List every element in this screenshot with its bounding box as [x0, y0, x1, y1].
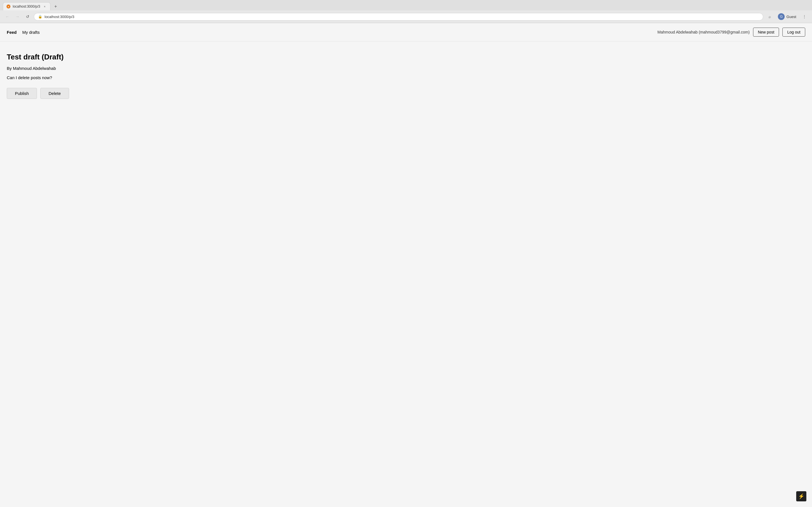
navbar: Feed My drafts Mahmoud Abdelwahab (mahmo…: [0, 23, 812, 41]
publish-button[interactable]: Publish: [7, 88, 37, 99]
nav-feed-link[interactable]: Feed: [7, 30, 17, 35]
nav-my-drafts-link[interactable]: My drafts: [22, 30, 40, 35]
search-button[interactable]: ⌕: [765, 12, 774, 21]
post-author: By Mahmoud Abdelwahab: [7, 66, 805, 71]
profile-label: Guest: [786, 15, 796, 19]
back-button[interactable]: ←: [3, 13, 11, 20]
log-out-button[interactable]: Log out: [782, 27, 805, 37]
menu-button[interactable]: ⋮: [800, 12, 809, 21]
post-title: Test draft (Draft): [7, 53, 805, 61]
new-post-button[interactable]: New post: [753, 27, 779, 37]
tab-bar: ● localhost:3000/p/3 × +: [0, 0, 812, 10]
lock-icon: 🔒: [38, 15, 42, 18]
tab-favicon: ●: [6, 4, 10, 8]
delete-button[interactable]: Delete: [40, 88, 69, 99]
profile-avatar: G: [778, 13, 784, 20]
user-info-text: Mahmoud Abdelwahab (mahmoud3799@gmail.co…: [658, 30, 750, 34]
lightning-badge[interactable]: ⚡: [796, 491, 806, 501]
post-action-buttons: Publish Delete: [7, 88, 805, 99]
url-text: localhost:3000/p/3: [45, 15, 759, 19]
tab-title: localhost:3000/p/3: [13, 4, 40, 8]
browser-action-buttons: ⌕ G Guest ⋮: [765, 12, 809, 21]
new-tab-button[interactable]: +: [52, 3, 59, 10]
forward-button[interactable]: →: [13, 13, 21, 20]
address-bar[interactable]: 🔒 localhost:3000/p/3: [34, 13, 763, 20]
profile-button[interactable]: G Guest: [776, 12, 799, 21]
refresh-button[interactable]: ↺: [24, 13, 32, 20]
nav-right: Mahmoud Abdelwahab (mahmoud3799@gmail.co…: [658, 27, 805, 37]
nav-links: Feed My drafts: [7, 30, 40, 35]
active-tab[interactable]: ● localhost:3000/p/3 ×: [3, 2, 50, 10]
main-content: Test draft (Draft) By Mahmoud Abdelwahab…: [0, 41, 812, 110]
page-content: Feed My drafts Mahmoud Abdelwahab (mahmo…: [0, 23, 812, 507]
address-bar-row: ← → ↺ 🔒 localhost:3000/p/3 ⌕ G Guest ⋮: [0, 10, 812, 23]
browser-chrome: ● localhost:3000/p/3 × + ← → ↺ 🔒 localho…: [0, 0, 812, 23]
post-body: Can I delete posts now?: [7, 75, 805, 80]
tab-close-button[interactable]: ×: [42, 4, 47, 9]
